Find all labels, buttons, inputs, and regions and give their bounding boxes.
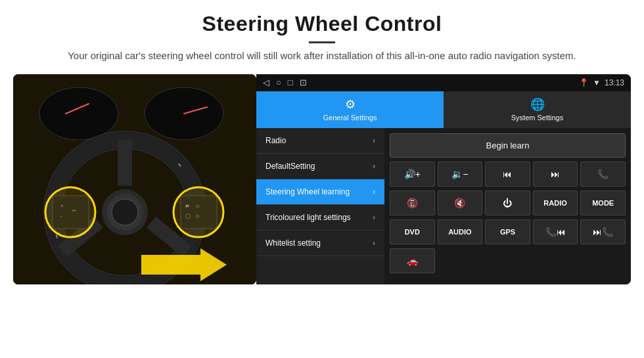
status-right: 📍 ▼ 13:13	[579, 78, 624, 87]
next-track-button[interactable]: ⏭	[533, 162, 578, 187]
svg-point-25	[45, 187, 95, 237]
controls-row-3: DVD AUDIO GPS 📞⏮ ⏭📞	[390, 219, 626, 244]
volume-up-icon: 🔊+	[404, 169, 421, 179]
mode-button[interactable]: MODE	[580, 190, 626, 215]
system-globe-icon: 🌐	[530, 97, 545, 112]
prev-track-icon: ⏮	[503, 169, 512, 179]
content-section: + - ↩ ⇄ ◇ ◯ ◇	[0, 74, 644, 359]
phone-prev-icon: 📞⏮	[545, 227, 566, 237]
menu-whitelist-arrow: ›	[373, 238, 375, 248]
mode-label: MODE	[592, 199, 614, 207]
power-button[interactable]: ⏻	[485, 190, 530, 215]
svg-point-14	[112, 199, 138, 225]
menu-icon: ⊡	[300, 78, 307, 87]
volume-down-button[interactable]: 🔉−	[438, 162, 483, 187]
phone-answer-button[interactable]: 📞	[580, 162, 626, 187]
next-track-icon: ⏭	[551, 169, 560, 179]
android-panel: ◁ ○ □ ⊡ 📍 ▼ 13:13 ⚙ General Settings	[256, 74, 631, 284]
menu-default-label: DefaultSetting	[265, 162, 315, 171]
menu-tricoloured-arrow: ›	[373, 213, 375, 222]
dvd-button[interactable]: DVD	[390, 219, 435, 244]
status-left: ◁ ○ □ ⊡	[263, 78, 307, 87]
svg-point-26	[173, 187, 223, 237]
dvd-label: DVD	[405, 228, 420, 236]
status-bar: ◁ ○ □ ⊡ 📍 ▼ 13:13	[256, 74, 631, 91]
radio-label: RADIO	[543, 199, 566, 207]
whitelist-row: 🚗	[390, 248, 626, 273]
subtitle: Your original car's steering wheel contr…	[66, 49, 578, 64]
phone-prev-button[interactable]: 📞⏮	[533, 219, 578, 244]
menu-item-default-setting[interactable]: DefaultSetting ›	[256, 154, 384, 179]
menu-tricoloured-label: Tricoloured light settings	[265, 213, 351, 222]
begin-learn-button[interactable]: Begin learn	[390, 133, 626, 158]
gps-label: GPS	[500, 228, 515, 236]
phone-hang-button[interactable]: 📵	[390, 190, 435, 215]
tab-system-label: System Settings	[511, 114, 563, 122]
page-title: Steering Wheel Control	[13, 12, 631, 36]
tab-bar: ⚙ General Settings 🌐 System Settings	[256, 91, 631, 128]
menu-item-radio[interactable]: Radio ›	[256, 128, 384, 154]
phone-icon: 📞	[597, 169, 609, 179]
mute-button[interactable]: 🔇	[438, 190, 483, 215]
tab-system-settings[interactable]: 🌐 System Settings	[444, 91, 631, 128]
clock: 13:13	[605, 78, 624, 87]
back-icon: ◁	[263, 78, 269, 87]
audio-button[interactable]: AUDIO	[438, 219, 483, 244]
menu-item-whitelist[interactable]: Whitelist setting ›	[256, 231, 384, 256]
wifi-icon: ▼	[593, 78, 601, 87]
settings-gear-icon: ⚙	[345, 97, 356, 112]
page-container: Steering Wheel Control Your original car…	[0, 0, 644, 358]
menu-default-arrow: ›	[373, 162, 375, 171]
right-panel: Begin learn 🔊+ 🔉− ⏮	[384, 128, 631, 284]
menu-radio-label: Radio	[265, 136, 286, 145]
menu-steering-label: Steering Wheel learning	[265, 187, 350, 196]
controls-row-2: 📵 🔇 ⏻ RADIO MODE	[390, 190, 626, 215]
controls-row-1: 🔊+ 🔉− ⏮ ⏭ 📞	[390, 162, 626, 187]
menu-steering-arrow: ›	[373, 187, 375, 196]
phone-hang-icon: 📵	[407, 198, 418, 208]
power-icon: ⏻	[503, 198, 512, 208]
phone-next-button[interactable]: ⏭📞	[580, 219, 626, 244]
radio-button[interactable]: RADIO	[533, 190, 578, 215]
menu-whitelist-label: Whitelist setting	[265, 238, 321, 248]
whitelist-icon-button[interactable]: 🚗	[390, 248, 435, 273]
mute-icon: 🔇	[454, 198, 465, 208]
svg-point-1	[39, 87, 118, 140]
steering-wheel-image: + - ↩ ⇄ ◇ ◯ ◇	[13, 74, 256, 284]
main-content: Radio › DefaultSetting › Steering Wheel …	[256, 128, 631, 284]
home-icon: ○	[276, 78, 281, 87]
volume-up-button[interactable]: 🔊+	[390, 162, 435, 187]
divider	[309, 41, 335, 43]
location-icon: 📍	[579, 78, 589, 87]
car-icon: 🚗	[407, 256, 418, 266]
volume-down-icon: 🔉−	[451, 169, 468, 179]
tab-general-label: General Settings	[323, 114, 377, 122]
tab-general-settings[interactable]: ⚙ General Settings	[256, 91, 444, 128]
menu-radio-arrow: ›	[373, 136, 375, 145]
recents-icon: □	[288, 78, 293, 87]
menu-item-tricoloured[interactable]: Tricoloured light settings ›	[256, 205, 384, 231]
begin-learn-row: Begin learn	[390, 133, 626, 158]
audio-label: AUDIO	[448, 228, 471, 236]
gps-button[interactable]: GPS	[485, 219, 530, 244]
prev-track-button[interactable]: ⏮	[485, 162, 530, 187]
phone-next-icon: ⏭📞	[593, 227, 613, 237]
header-section: Steering Wheel Control Your original car…	[0, 0, 644, 69]
left-menu: Radio › DefaultSetting › Steering Wheel …	[256, 128, 384, 284]
menu-item-steering-wheel[interactable]: Steering Wheel learning ›	[256, 179, 384, 205]
